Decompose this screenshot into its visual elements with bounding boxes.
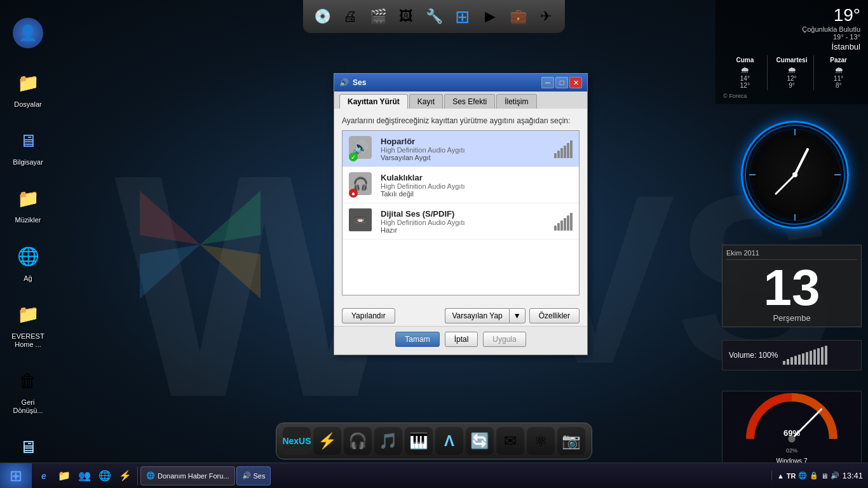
- taskbar-open-windows: 🌐 Donanım Haber Foru... 🔊 Ses: [138, 466, 771, 485]
- top-icon-photo[interactable]: 🖼: [393, 4, 419, 29]
- tab-kayittan-yurut[interactable]: Kayıttan Yürüt: [339, 94, 408, 109]
- tamam-button[interactable]: Tamam: [395, 332, 439, 347]
- tab-iletisim[interactable]: İletişim: [496, 94, 536, 109]
- taskbar-start-button[interactable]: ⊞: [0, 463, 32, 489]
- tray-monitor-icon: 🖥: [821, 472, 828, 480]
- calendar-widget: Ekim 2011 13 Perşembe: [722, 245, 862, 327]
- foreca-credit: © Foreca: [723, 93, 860, 99]
- weather-days: Cuma 🌧 14° 12° Cumartesi 🌧 12° 9° Pazar …: [723, 55, 860, 90]
- device-icon-dijital: 📼: [349, 208, 374, 234]
- desktop-icon-user[interactable]: 👤: [3, 13, 53, 56]
- dock-orbit[interactable]: ⚛: [527, 427, 555, 455]
- dock-winamp[interactable]: 🎵: [374, 427, 402, 455]
- varsayilan-yap-arrow[interactable]: ▼: [509, 308, 526, 323]
- quick-users[interactable]: 👥: [75, 466, 94, 485]
- taskbar-time-value: 13:41: [842, 471, 863, 480]
- dock-camera[interactable]: 📷: [557, 427, 585, 455]
- quick-explorer[interactable]: 📁: [55, 466, 74, 485]
- speedo-label: 02%: [786, 447, 797, 454]
- windows-logo: [127, 172, 273, 318]
- calendar-month: Ekim 2011: [726, 249, 759, 257]
- ozellikler-button[interactable]: Özellikler: [529, 308, 580, 323]
- taskbar-ses[interactable]: 🔊 Ses: [236, 466, 271, 485]
- quick-media[interactable]: ⚡: [116, 466, 135, 485]
- device-name-kulakliklar: Kulaklıklar: [381, 173, 573, 182]
- device-info-dijital: Dijital Ses (S/PDIF) High Definition Aud…: [381, 209, 548, 234]
- top-icon-windows[interactable]: ⊞: [449, 4, 475, 29]
- device-item-kulakliklar[interactable]: 🎧 ● Kulaklıklar High Definition Audio Ay…: [342, 167, 579, 203]
- top-icon-tools[interactable]: 🔧: [421, 4, 447, 29]
- device-item-dijital[interactable]: 📼 Dijital Ses (S/PDIF) High Definition A…: [342, 203, 579, 240]
- tab-ses-efekti[interactable]: Ses Efekti: [444, 94, 495, 109]
- taskbar-tray: ▲ TR 🌐 🔒 🖥 🔊 13:41: [771, 471, 868, 480]
- desktop-icon-geri-donusum[interactable]: 🗑 Geri Dönüşü...: [3, 360, 53, 420]
- calendar-day: Perşembe: [726, 313, 857, 323]
- desktop-icon-dosyalar[interactable]: 📁 Dosyalar: [3, 62, 53, 114]
- desktop: W VS 💿 🖨 🎬 🖼 🔧 ⊞ ▶ 💼 ✈ 👤 📁 Dosyalar 🖥 Bi…: [0, 0, 868, 488]
- device-badge-notconnected: ●: [349, 189, 358, 198]
- ses-dialog[interactable]: 🔊 Ses ─ □ ✕ Kayıttan Yürüt Kayıt Ses Efe…: [334, 73, 588, 355]
- bottom-dock: NexUS ⚡ 🎧 🎵 🎹 Λ 🔄 ✉ ⚛ 📷: [276, 423, 592, 459]
- dock-nexus[interactable]: NexUS: [283, 427, 311, 455]
- dialog-close[interactable]: ✕: [569, 77, 582, 88]
- tray-arrow[interactable]: ▲: [777, 472, 784, 480]
- top-taskbar: 💿 🖨 🎬 🖼 🔧 ⊞ ▶ 💼 ✈: [303, 0, 565, 33]
- svg-line-3: [776, 175, 795, 194]
- device-icon-hoparlor: 🔊 ✓: [349, 136, 374, 161]
- desktop-icon-bilgisayar[interactable]: 🖥 Bilgisayar: [3, 120, 53, 172]
- varsayilan-yap-group: Varsayılan Yap ▼: [445, 308, 525, 323]
- clock-face: [741, 121, 849, 229]
- desktop-label-dosyalar: Dosyalar: [14, 100, 41, 109]
- top-icon-brief[interactable]: 💼: [505, 4, 531, 29]
- uygula-button[interactable]: Uygula: [483, 332, 526, 347]
- speedometer-svg: 69%: [741, 391, 843, 445]
- desktop-icon-muzikler[interactable]: 📁 Müzikler: [3, 178, 53, 229]
- weather-city: İstanbul: [723, 42, 860, 51]
- top-icon-movie[interactable]: 🎬: [365, 4, 391, 29]
- device-item-hoparlor[interactable]: 🔊 ✓ Hoparlör High Definition Audio Aygıt…: [342, 131, 579, 167]
- dock-headphone[interactable]: 🎧: [344, 427, 372, 455]
- dialog-title-text: Ses: [353, 78, 366, 87]
- volume-bars: [783, 346, 827, 365]
- iptal-button[interactable]: İptal: [445, 332, 478, 347]
- volume-widget: Volume: 100%: [722, 340, 862, 370]
- quick-network[interactable]: 🌐: [95, 466, 114, 485]
- dialog-minimize[interactable]: ─: [541, 77, 554, 88]
- clock-widget: [741, 121, 849, 229]
- weather-widget: 19° Çoğunlukla Bulutlu 19° - 13° İstanbu…: [715, 0, 868, 104]
- quick-ie[interactable]: e: [34, 466, 53, 485]
- dialog-maximize[interactable]: □: [555, 77, 568, 88]
- dialog-title: 🔊 Ses: [339, 78, 366, 87]
- dialog-action-row: Tamam İptal Uygula: [334, 326, 587, 355]
- weather-temp: 19°: [723, 5, 860, 25]
- tray-network-icon: 🌐: [798, 471, 807, 480]
- desktop-icon-column: 👤 📁 Dosyalar 🖥 Bilgisayar 📁 Müzikler 🌐 A…: [0, 6, 56, 488]
- dialog-controls: ─ □ ✕: [541, 77, 582, 88]
- donanim-icon: 🌐: [146, 471, 155, 480]
- top-icon-printer[interactable]: 🖨: [337, 4, 363, 29]
- dialog-footer-row1: Yapılandır Varsayılan Yap ▼ Özellikler: [334, 303, 587, 326]
- desktop-icon-ag[interactable]: 🌐 Ağ: [3, 236, 53, 288]
- device-info-hoparlor: Hoparlör High Definition Audio Aygıtı Va…: [381, 137, 548, 161]
- device-driver-kulakliklar: High Definition Audio Aygıtı: [381, 182, 573, 190]
- top-icon-media[interactable]: 💿: [309, 4, 335, 29]
- tray-lang: TR: [787, 472, 796, 480]
- tab-kayit[interactable]: Kayıt: [409, 94, 443, 109]
- dock-piano[interactable]: 🎹: [405, 427, 433, 455]
- tray-volume-icon: 🔊: [831, 471, 839, 480]
- weather-desc: Çoğunlukla Bulutlu: [723, 25, 860, 33]
- desktop-icon-everest[interactable]: 📁 EVEREST Home ...: [3, 294, 53, 354]
- varsayilan-yap-button[interactable]: Varsayılan Yap: [445, 308, 508, 323]
- dock-mail[interactable]: ✉: [496, 427, 524, 455]
- top-icon-plane[interactable]: ✈: [533, 4, 559, 29]
- device-volume-hoparlor: [554, 139, 573, 158]
- yapilandir-button[interactable]: Yapılandır: [342, 308, 395, 323]
- dock-thunder[interactable]: ⚡: [313, 427, 341, 455]
- taskbar-donanim[interactable]: 🌐 Donanım Haber Foru...: [140, 466, 235, 485]
- weather-day-pazar: Pazar 🌧 11° 8°: [817, 55, 860, 90]
- device-driver-hoparlor: High Definition Audio Aygıtı: [381, 146, 548, 154]
- dock-arch[interactable]: Λ: [435, 427, 463, 455]
- top-icon-play[interactable]: ▶: [477, 4, 503, 29]
- dialog-tabs: Kayıttan Yürüt Kayıt Ses Efekti İletişim: [334, 92, 587, 109]
- dock-update[interactable]: 🔄: [466, 427, 494, 455]
